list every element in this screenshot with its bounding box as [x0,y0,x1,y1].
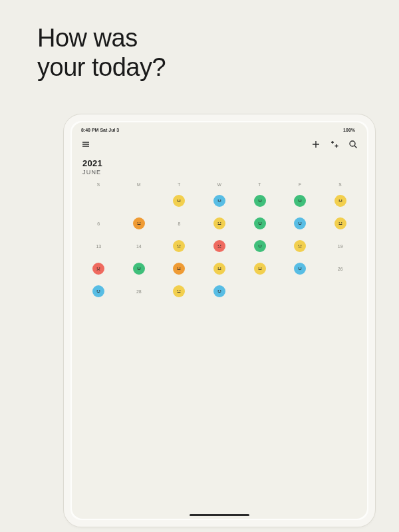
svg-point-48 [217,290,219,291]
day-number: 6 [97,221,100,226]
status-bar: 8:40 PM Sat Jul 3 100% [72,122,367,134]
mood-dot-yellow[interactable] [173,195,185,207]
svg-point-37 [180,267,181,269]
mood-dot-green[interactable] [254,217,266,229]
calendar-day[interactable]: 28 [119,280,160,303]
calendar-day[interactable] [119,257,160,280]
hero-line2: your today? [37,53,166,82]
mood-dot-yellow[interactable] [254,263,266,275]
calendar-day[interactable] [320,212,360,235]
mood-dot-green[interactable] [294,195,306,207]
svg-point-19 [260,222,261,223]
svg-point-32 [97,267,98,269]
svg-point-30 [299,245,300,246]
svg-point-40 [258,267,259,269]
svg-point-10 [299,200,300,201]
calendar-day[interactable] [200,190,240,212]
mood-dot-blue[interactable] [294,263,306,275]
app-toolbar [72,134,367,150]
day-number: 8 [178,221,180,226]
mood-dot-yellow[interactable] [294,240,306,252]
calendar-day[interactable] [159,280,200,303]
calendar-week: 68 [78,212,360,235]
svg-point-13 [341,200,342,201]
calendar-day[interactable]: 14 [119,235,160,257]
calendar-day[interactable] [239,190,280,212]
calendar-day[interactable]: 19 [320,235,360,257]
svg-point-36 [178,267,179,269]
mood-dot-blue[interactable] [213,285,225,297]
mood-dot-blue[interactable] [213,195,225,207]
calendar-day[interactable] [200,280,240,303]
calendar-day[interactable] [159,190,200,212]
mood-dot-green[interactable] [133,263,145,275]
svg-point-29 [260,245,261,246]
mood-dot-blue[interactable] [92,285,104,297]
calendar-day[interactable] [320,190,360,212]
menu-icon[interactable] [81,140,90,149]
mood-dot-yellow[interactable] [213,217,225,229]
svg-point-46 [178,290,179,291]
dow-label: M [119,182,160,190]
dow-label: S [78,182,119,190]
mood-dot-orange[interactable] [173,263,185,275]
svg-point-33 [99,267,100,269]
calendar-day[interactable] [78,257,119,280]
calendar-day[interactable] [280,257,321,280]
add-icon[interactable] [311,140,321,149]
calendar-day[interactable] [200,235,240,257]
mood-dot-red[interactable] [213,240,225,252]
mood-dot-yellow[interactable] [334,217,346,229]
calendar-day[interactable]: 26 [320,257,360,280]
svg-point-15 [140,222,141,223]
svg-point-39 [220,267,221,269]
svg-point-28 [258,245,259,246]
month-header: 2021 JUNE [72,150,367,178]
mood-dot-green[interactable] [254,240,266,252]
calendar-day[interactable] [239,257,280,280]
svg-point-24 [178,245,179,246]
calendar-day[interactable] [239,212,280,235]
dow-label: T [159,182,200,190]
calendar-day[interactable] [280,212,321,235]
calendar-day[interactable] [239,235,280,257]
calendar-day[interactable]: 8 [159,212,200,235]
svg-point-44 [97,290,98,291]
mood-dot-yellow[interactable] [173,285,185,297]
svg-point-25 [180,245,181,246]
calendar-day[interactable] [159,257,200,280]
dow-label: S [320,182,360,190]
dow-label: T [239,182,280,190]
hero-line1: How was [37,24,166,53]
svg-point-17 [220,222,221,223]
calendar-day[interactable] [159,235,200,257]
calendar-day [239,280,280,303]
svg-point-22 [338,222,340,223]
hero-heading: How was your today? [37,24,166,82]
dow-label: W [200,182,240,190]
day-number: 13 [96,244,101,249]
calendar-day[interactable] [119,212,160,235]
mood-dot-green[interactable] [254,195,266,207]
svg-point-34 [137,267,138,269]
search-icon[interactable] [348,140,358,149]
calendar-day[interactable]: 13 [78,235,119,257]
calendar-day [119,190,160,212]
sparkle-icon[interactable] [330,140,339,149]
calendar-grid: SMTWTFS 681314192628 [72,178,367,303]
mood-dot-yellow[interactable] [334,195,346,207]
mood-dot-red[interactable] [92,263,104,275]
tablet-screen: 8:40 PM Sat Jul 3 100% [72,122,367,519]
calendar-day[interactable] [280,235,321,257]
calendar-day[interactable] [78,280,119,303]
calendar-day[interactable] [200,257,240,280]
calendar-day[interactable]: 6 [78,212,119,235]
mood-dot-blue[interactable] [294,217,306,229]
calendar-day[interactable] [280,190,321,212]
mood-dot-orange[interactable] [133,217,145,229]
calendar-day[interactable] [200,212,240,235]
year-label: 2021 [82,158,356,168]
svg-point-12 [338,200,340,201]
mood-dot-yellow[interactable] [173,240,185,252]
mood-dot-yellow[interactable] [213,263,225,275]
